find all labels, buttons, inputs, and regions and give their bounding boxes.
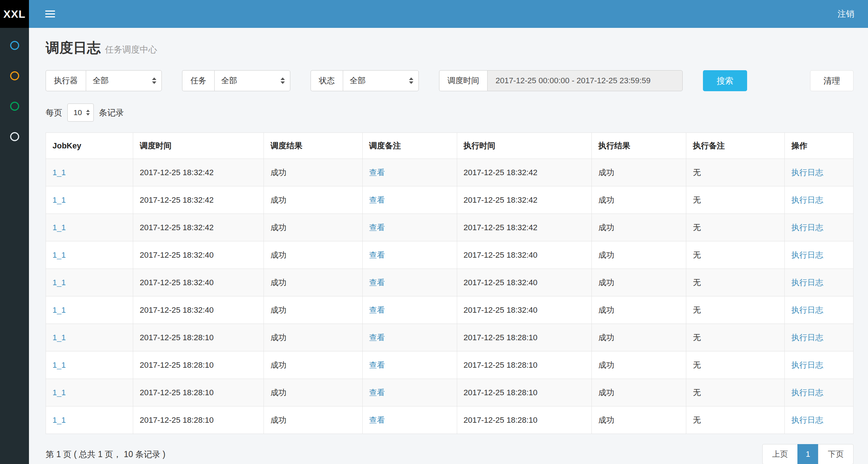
- circle-outline-icon: [10, 71, 19, 80]
- exec-result-cell: 成功: [592, 406, 686, 434]
- page-1-button[interactable]: 1: [797, 444, 818, 464]
- logout-link[interactable]: 注销: [838, 8, 854, 20]
- table-header-row: JobKey 调度时间 调度结果 调度备注 执行时间 执行结果 执行备注 操作: [46, 133, 854, 159]
- jobkey-link[interactable]: 1_1: [52, 223, 66, 232]
- jobkey-link[interactable]: 1_1: [52, 250, 66, 260]
- page-size-prefix-label: 每页: [46, 107, 62, 118]
- trigger-result-cell: 成功: [264, 324, 362, 351]
- job-select[interactable]: 全部: [214, 70, 290, 91]
- exec-time-cell: 2017-12-25 18:28:10: [457, 324, 592, 351]
- column-header-exec-time: 执行时间: [457, 133, 592, 159]
- exec-log-link[interactable]: 执行日志: [791, 416, 823, 425]
- trigger-remark-link[interactable]: 查看: [369, 278, 385, 287]
- trigger-time-cell: 2017-12-25 18:32:42: [133, 159, 264, 186]
- exec-remark-cell: 无: [686, 379, 785, 406]
- jobkey-link-cell: 1_1: [46, 214, 133, 241]
- exec-remark-cell: 无: [686, 269, 785, 296]
- page-header: 调度日志 任务调度中心: [46, 39, 854, 57]
- next-page-button[interactable]: 下页: [818, 444, 854, 464]
- trigger-remark-link[interactable]: 查看: [369, 250, 385, 260]
- trigger-remark-link[interactable]: 查看: [369, 416, 385, 425]
- exec-log-link[interactable]: 执行日志: [791, 388, 823, 397]
- jobkey-link[interactable]: 1_1: [52, 333, 66, 342]
- search-button[interactable]: 搜索: [703, 70, 747, 91]
- sidebar-item-2[interactable]: [0, 60, 29, 91]
- status-filter-label: 状态: [311, 70, 343, 91]
- trigger-result-cell: 成功: [264, 379, 362, 406]
- jobkey-link[interactable]: 1_1: [52, 416, 66, 425]
- exec-log-link[interactable]: 执行日志: [791, 195, 823, 204]
- trigger-time-range-input[interactable]: 2017-12-25 00:00:00 - 2017-12-25 23:59:5…: [487, 70, 683, 91]
- jobkey-link[interactable]: 1_1: [52, 360, 66, 370]
- jobkey-link[interactable]: 1_1: [52, 388, 66, 397]
- column-header-jobkey: JobKey: [46, 133, 133, 159]
- exec-log-link[interactable]: 执行日志: [791, 333, 823, 342]
- prev-page-button[interactable]: 上页: [762, 444, 798, 464]
- executor-select[interactable]: 全部: [86, 70, 162, 91]
- trigger-remark-link-cell: 查看: [362, 241, 457, 269]
- exec-result-cell: 成功: [592, 324, 686, 351]
- trigger-time-cell: 2017-12-25 18:32:40: [133, 269, 264, 296]
- trigger-remark-link[interactable]: 查看: [369, 388, 385, 397]
- exec-log-link[interactable]: 执行日志: [791, 360, 823, 370]
- trigger-remark-link-cell: 查看: [362, 379, 457, 406]
- sidebar-toggle-button[interactable]: [36, 0, 64, 28]
- trigger-remark-link[interactable]: 查看: [369, 168, 385, 177]
- trigger-remark-link[interactable]: 查看: [369, 195, 385, 204]
- exec-log-link-cell: 执行日志: [785, 269, 854, 296]
- jobkey-link[interactable]: 1_1: [52, 168, 66, 177]
- exec-log-link-cell: 执行日志: [785, 351, 854, 379]
- job-filter-group: 任务 全部: [182, 70, 290, 91]
- filter-row: 执行器 全部 任务 全部 状态 全部: [46, 70, 854, 91]
- jobkey-link-cell: 1_1: [46, 186, 133, 214]
- exec-time-cell: 2017-12-25 18:28:10: [457, 351, 592, 379]
- exec-result-cell: 成功: [592, 296, 686, 324]
- exec-remark-cell: 无: [686, 406, 785, 434]
- status-select[interactable]: 全部: [343, 70, 419, 91]
- page-size-row: 每页 10 条记录: [46, 104, 854, 122]
- column-header-trigger-remark: 调度备注: [362, 133, 457, 159]
- table-row: 1_12017-12-25 18:28:10成功查看2017-12-25 18:…: [46, 379, 854, 406]
- table-row: 1_12017-12-25 18:32:40成功查看2017-12-25 18:…: [46, 269, 854, 296]
- exec-log-link[interactable]: 执行日志: [791, 168, 823, 177]
- exec-log-link[interactable]: 执行日志: [791, 250, 823, 260]
- table-footer: 第 1 页 ( 总共 1 页， 10 条记录 ) 上页 1 下页: [46, 444, 854, 464]
- jobkey-link-cell: 1_1: [46, 351, 133, 379]
- exec-time-cell: 2017-12-25 18:32:40: [457, 241, 592, 269]
- sidebar-item-3[interactable]: [0, 91, 29, 121]
- clear-button[interactable]: 清理: [810, 70, 854, 91]
- jobkey-link-cell: 1_1: [46, 269, 133, 296]
- trigger-remark-link[interactable]: 查看: [369, 223, 385, 232]
- circle-outline-icon: [10, 102, 19, 111]
- exec-result-cell: 成功: [592, 269, 686, 296]
- trigger-remark-link-cell: 查看: [362, 159, 457, 186]
- trigger-result-cell: 成功: [264, 214, 362, 241]
- exec-time-cell: 2017-12-25 18:32:42: [457, 159, 592, 186]
- exec-remark-cell: 无: [686, 186, 785, 214]
- hamburger-icon: [45, 10, 55, 12]
- exec-time-cell: 2017-12-25 18:32:42: [457, 214, 592, 241]
- trigger-time-cell: 2017-12-25 18:32:40: [133, 241, 264, 269]
- exec-log-link-cell: 执行日志: [785, 159, 854, 186]
- app-logo[interactable]: XXL: [0, 0, 29, 28]
- trigger-remark-link-cell: 查看: [362, 296, 457, 324]
- page-size-select[interactable]: 10: [67, 104, 94, 122]
- jobkey-link[interactable]: 1_1: [52, 195, 66, 204]
- trigger-remark-link[interactable]: 查看: [369, 305, 385, 315]
- table-row: 1_12017-12-25 18:28:10成功查看2017-12-25 18:…: [46, 324, 854, 351]
- trigger-remark-link[interactable]: 查看: [369, 333, 385, 342]
- page-title: 调度日志: [46, 39, 101, 57]
- exec-log-link[interactable]: 执行日志: [791, 305, 823, 315]
- sidebar-item-4[interactable]: [0, 121, 29, 152]
- jobkey-link[interactable]: 1_1: [52, 278, 66, 287]
- trigger-time-cell: 2017-12-25 18:28:10: [133, 379, 264, 406]
- trigger-time-range-value: 2017-12-25 00:00:00 - 2017-12-25 23:59:5…: [496, 76, 650, 85]
- jobkey-link[interactable]: 1_1: [52, 305, 66, 315]
- log-table: JobKey 调度时间 调度结果 调度备注 执行时间 执行结果 执行备注 操作 …: [46, 132, 854, 434]
- sidebar-item-1[interactable]: [0, 30, 29, 60]
- exec-log-link-cell: 执行日志: [785, 379, 854, 406]
- exec-log-link[interactable]: 执行日志: [791, 223, 823, 232]
- trigger-remark-link[interactable]: 查看: [369, 360, 385, 370]
- exec-log-link[interactable]: 执行日志: [791, 278, 823, 287]
- exec-time-cell: 2017-12-25 18:28:10: [457, 379, 592, 406]
